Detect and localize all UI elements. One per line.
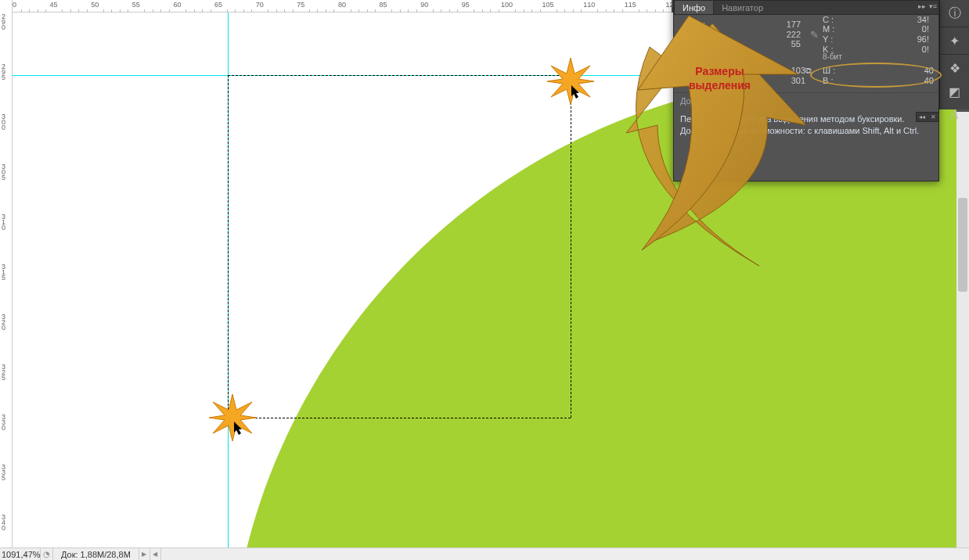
ruler-tick-label: 75 xyxy=(297,0,304,9)
ruler-tick-label: 325 xyxy=(2,364,5,382)
tab-navigator[interactable]: Навигатор xyxy=(714,1,771,14)
xy-values: X :103 Y :301 xyxy=(694,66,805,89)
zoom-level[interactable]: 1091,47% xyxy=(0,548,41,560)
svg-marker-2 xyxy=(571,85,579,99)
ruler-tick-label: 80 xyxy=(338,0,346,9)
ruler-tick-label: 290 xyxy=(2,14,5,31)
panel-menu-icon[interactable]: ▾≡ xyxy=(929,2,937,10)
ruler-tick-label: 90 xyxy=(420,0,428,9)
ruler-tick-label: 335 xyxy=(2,465,5,482)
text-icon[interactable]: A xyxy=(943,105,967,125)
selection-edge-top xyxy=(228,75,571,76)
ruler-tick-label: 315 xyxy=(2,264,5,282)
burst-icon xyxy=(547,58,594,105)
info-xy-wh-row: + X :103 Y :301 ⧉ Ш :40 В :40 xyxy=(674,64,938,92)
selection-edge-right xyxy=(571,75,571,418)
ruler-tick-label: 300 xyxy=(2,114,5,131)
info-rgb-cmyk-row: ✎ R :177 G :222 B :55 ✎ C :34! M :0! Y :… xyxy=(674,15,938,64)
info-icon[interactable]: ⓘ xyxy=(943,3,967,23)
panel-collapse-icon[interactable]: ▸▸ xyxy=(918,2,926,10)
eyedropper-icon: ✎ xyxy=(677,18,694,51)
selection-edge-left xyxy=(228,75,229,418)
crosshair-icon: + xyxy=(677,66,694,89)
highlight-oval xyxy=(810,63,942,88)
ruler-tick-label: 55 xyxy=(132,0,140,9)
ruler-tick-label: 100 xyxy=(501,0,513,9)
info-panel: Инфо Навигатор ▸▸ ▾≡ ✎ R :177 G :222 B :… xyxy=(673,0,939,181)
ruler-tick-label: 50 xyxy=(91,0,99,9)
ruler-tick-label: 110 xyxy=(583,0,595,9)
status-menu-icon[interactable]: ◀ xyxy=(150,548,161,560)
cursor-icon xyxy=(234,422,245,436)
collapse-icon[interactable]: ◂◂ xyxy=(919,113,925,120)
svg-marker-1 xyxy=(209,394,256,441)
scrollbar-vertical[interactable] xyxy=(956,112,969,547)
ruler-tick-label: 340 xyxy=(2,515,5,532)
ruler-left: 290295300305310315320325330335340 xyxy=(0,0,13,547)
cmyk-values: C :34! M :0! Y :96! K :0! xyxy=(823,18,934,51)
compass-icon[interactable]: ✦ xyxy=(943,31,967,51)
status-menu-icon[interactable]: ▶ xyxy=(139,548,150,560)
ruler-tick-label: 65 xyxy=(214,0,222,9)
ruler-tick-label: 95 xyxy=(462,0,470,9)
close-icon[interactable]: ✕ xyxy=(931,113,936,120)
rgb-values: R :177 G :222 B :55 xyxy=(694,18,805,51)
bit-depth: 8-бит xyxy=(694,51,805,63)
proof-icon[interactable]: ◔ xyxy=(41,548,53,560)
side-icon-strip: ⓘ ✦ ❖ ◩ A xyxy=(939,0,969,109)
tab-info[interactable]: Инфо xyxy=(674,1,714,14)
ruler-tick-label: 45 xyxy=(50,0,58,9)
ruler-tick-label: 320 xyxy=(2,314,5,332)
svg-marker-0 xyxy=(547,58,594,105)
eyedropper-icon: ✎ xyxy=(805,18,823,51)
hint-text: Перемещение контура выделения методом бу… xyxy=(674,109,938,142)
selection-edge-bottom xyxy=(228,418,571,418)
cursor-icon xyxy=(571,85,582,99)
ruler-tick-label: 330 xyxy=(2,415,5,432)
status-doc-size: Док: 1,88M/28,8M xyxy=(53,548,139,560)
doc-size-info: Док: 1,88M/28,8M xyxy=(674,92,938,109)
ruler-tick-label: 60 xyxy=(173,0,181,9)
burst-icon xyxy=(209,394,256,441)
panel-undock-controls[interactable]: ◂◂ ✕ xyxy=(916,112,939,122)
bit-depth: 8-бит xyxy=(823,51,934,63)
styles-icon[interactable]: ◩ xyxy=(943,81,967,102)
ruler-tick-label: 85 xyxy=(380,0,387,9)
ruler-tick-label: 70 xyxy=(256,0,264,9)
ruler-tick-label: 310 xyxy=(2,214,5,232)
status-bar: 1091,47% ◔ Док: 1,88M/28,8M ▶ ◀ xyxy=(0,547,969,560)
ruler-tick-label: 115 xyxy=(625,0,636,9)
ruler-tick-label: 305 xyxy=(2,164,5,181)
scrollbar-thumb[interactable] xyxy=(958,198,967,292)
layers-icon[interactable]: ❖ xyxy=(943,58,967,78)
ruler-tick-label: 295 xyxy=(2,64,5,81)
panel-tabs: Инфо Навигатор ▸▸ ▾≡ xyxy=(674,1,938,15)
ruler-tick-label: 105 xyxy=(542,0,554,9)
svg-marker-3 xyxy=(234,422,242,435)
ruler-top: // (populated below after data load) 404… xyxy=(13,0,672,13)
